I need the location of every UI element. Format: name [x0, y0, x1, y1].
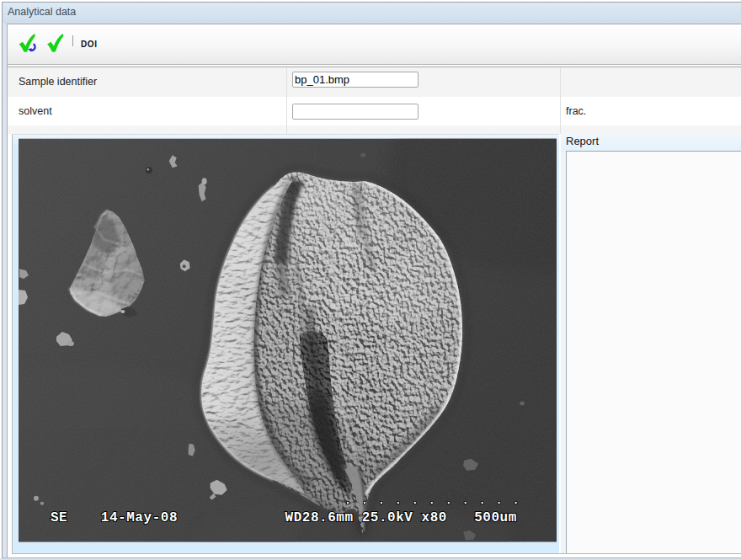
svg-text:WD28.6mm 25.0kV x80: WD28.6mm 25.0kV x80 [285, 510, 448, 525]
svg-text:500um: 500um [474, 510, 517, 525]
svg-text:SE: SE [51, 510, 67, 525]
svg-text:14-May-08: 14-May-08 [101, 510, 178, 525]
